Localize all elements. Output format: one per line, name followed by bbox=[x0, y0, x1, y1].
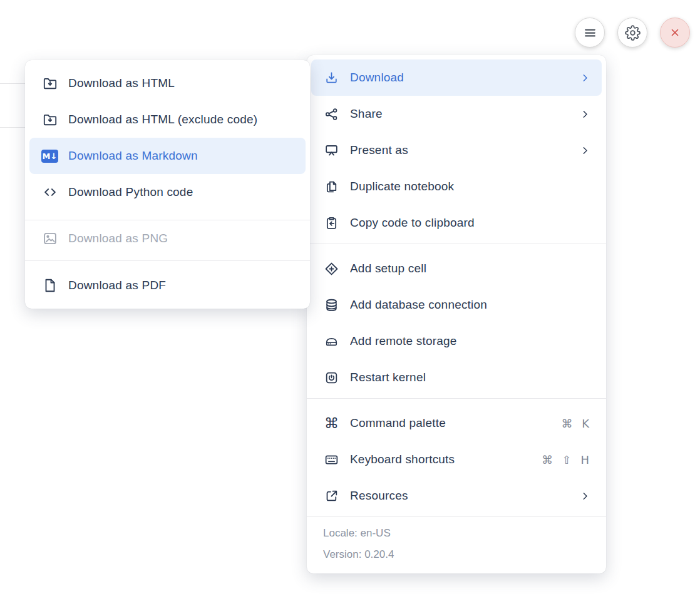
close-icon bbox=[667, 25, 682, 40]
menu-item-label: Download bbox=[350, 71, 573, 85]
menu-item-label: Command palette bbox=[350, 416, 553, 430]
command-icon: ⌘ bbox=[323, 415, 340, 432]
menu-item-label: Download Python code bbox=[68, 185, 294, 199]
notebook-menu-button[interactable] bbox=[575, 18, 605, 48]
present-icon bbox=[323, 142, 340, 159]
chevron-right-icon bbox=[580, 491, 590, 501]
chevron-right-icon bbox=[580, 110, 590, 119]
background-rule-line bbox=[0, 83, 28, 84]
menu-item-present-as[interactable]: Present as bbox=[311, 132, 602, 168]
menu-item-label: Download as HTML (exclude code) bbox=[68, 113, 294, 126]
database-icon bbox=[323, 297, 340, 314]
menu-item-download-as-markdown[interactable]: M↓ Download as Markdown bbox=[29, 138, 306, 174]
menu-item-label: Duplicate notebook bbox=[350, 180, 590, 193]
menu-divider bbox=[307, 398, 606, 399]
menu-item-share[interactable]: Share bbox=[311, 96, 602, 132]
background-rule-line bbox=[0, 127, 28, 128]
menu-item-restart-kernel[interactable]: Restart kernel bbox=[311, 359, 602, 396]
gear-icon bbox=[625, 25, 641, 41]
locale-text: Locale: en-US bbox=[323, 523, 590, 544]
menu-item-download-as-html-exclude-code[interactable]: Download as HTML (exclude code) bbox=[29, 101, 306, 138]
image-icon bbox=[41, 230, 58, 247]
menu-item-download-as-html[interactable]: Download as HTML bbox=[29, 65, 306, 101]
power-icon bbox=[323, 369, 340, 386]
notebook-menu-panel: Download Share Present as Duplicate note… bbox=[307, 55, 606, 573]
hamburger-icon bbox=[582, 24, 599, 41]
file-icon bbox=[41, 277, 58, 294]
menu-item-label: Download as HTML bbox=[68, 76, 294, 90]
keyboard-icon bbox=[323, 451, 340, 468]
chevron-right-icon bbox=[580, 73, 590, 83]
menu-item-label: Add remote storage bbox=[350, 334, 590, 348]
markdown-badge: M↓ bbox=[41, 150, 58, 163]
shortcut-label: ⌘ K bbox=[561, 417, 590, 430]
menu-item-resources[interactable]: Resources bbox=[311, 478, 602, 514]
menu-divider bbox=[307, 244, 606, 244]
download-icon bbox=[323, 69, 340, 86]
menu-item-add-setup-cell[interactable]: Add setup cell bbox=[311, 250, 602, 287]
menu-item-download[interactable]: Download bbox=[311, 59, 602, 96]
menu-item-label: Resources bbox=[350, 489, 573, 503]
menu-item-label: Present as bbox=[350, 143, 573, 157]
menu-item-label: Copy code to clipboard bbox=[350, 216, 590, 230]
diamond-plus-icon bbox=[323, 260, 340, 277]
menu-item-label: Keyboard shortcuts bbox=[350, 453, 534, 466]
menu-divider bbox=[25, 260, 310, 261]
storage-drive-icon bbox=[323, 333, 340, 350]
menu-footer: Locale: en-US Version: 0.20.4 bbox=[307, 516, 606, 573]
menu-item-add-remote-storage[interactable]: Add remote storage bbox=[311, 323, 602, 359]
settings-button[interactable] bbox=[617, 18, 647, 48]
folder-download-icon bbox=[41, 75, 58, 92]
version-text: Version: 0.20.4 bbox=[323, 544, 590, 565]
menu-item-add-database-connection[interactable]: Add database connection bbox=[311, 287, 602, 323]
download-submenu-panel: Download as HTML Download as HTML (exclu… bbox=[25, 60, 310, 309]
menu-item-duplicate-notebook[interactable]: Duplicate notebook bbox=[311, 168, 602, 205]
menu-item-command-palette[interactable]: ⌘ Command palette ⌘ K bbox=[311, 405, 602, 441]
menu-item-label: Restart kernel bbox=[350, 371, 590, 384]
shortcut-label: ⌘ ⇧ H bbox=[542, 453, 590, 466]
menu-item-label: Add database connection bbox=[350, 298, 590, 312]
duplicate-icon bbox=[323, 178, 340, 195]
code-icon bbox=[41, 184, 58, 201]
clipboard-arrow-icon bbox=[323, 215, 340, 232]
markdown-icon: M↓ bbox=[41, 148, 58, 165]
menu-item-label: Download as PDF bbox=[68, 279, 294, 292]
menu-item-label: Add setup cell bbox=[350, 262, 590, 275]
menu-item-label: Download as PNG bbox=[68, 232, 294, 245]
close-button[interactable] bbox=[660, 18, 690, 48]
menu-item-copy-code-to-clipboard[interactable]: Copy code to clipboard bbox=[311, 205, 602, 241]
share-icon bbox=[323, 106, 340, 123]
menu-item-keyboard-shortcuts[interactable]: Keyboard shortcuts ⌘ ⇧ H bbox=[311, 441, 602, 478]
folder-download-icon bbox=[41, 111, 58, 128]
menu-item-download-as-png: Download as PNG bbox=[29, 220, 306, 257]
menu-item-download-as-pdf[interactable]: Download as PDF bbox=[29, 267, 306, 304]
menu-item-download-python-code[interactable]: Download Python code bbox=[29, 174, 306, 210]
chevron-right-icon bbox=[580, 146, 590, 155]
menu-item-label: Share bbox=[350, 107, 573, 121]
external-link-icon bbox=[323, 488, 340, 505]
menu-item-label: Download as Markdown bbox=[68, 149, 294, 163]
